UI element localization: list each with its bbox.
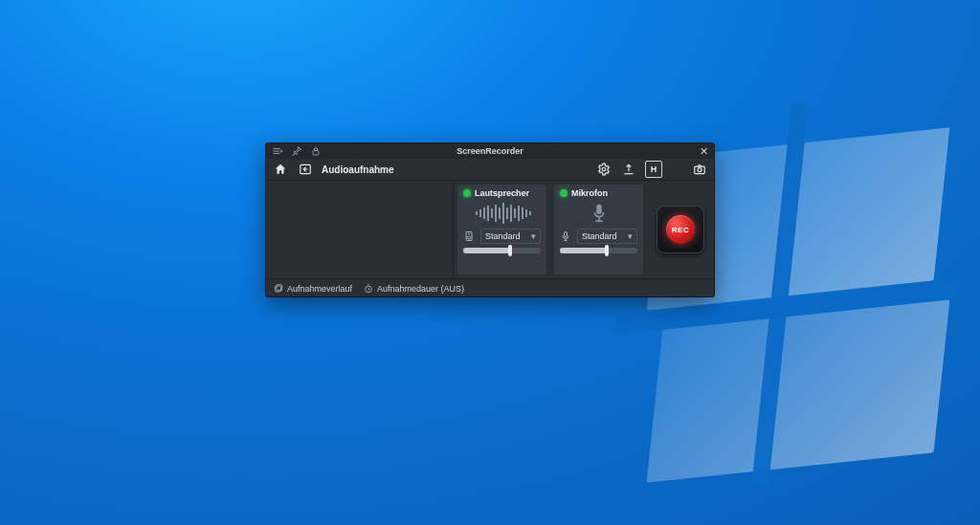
svg-rect-10 [495, 205, 497, 222]
mic-small-icon [560, 230, 571, 242]
toolbar: Audioaufnahme H [266, 159, 714, 181]
svg-rect-11 [499, 208, 501, 219]
mic-device-select[interactable]: Standard ▾ [577, 229, 637, 244]
recording-history-button[interactable]: Aufnahmeverlauf [274, 284, 352, 294]
body: Lautsprecher [266, 181, 714, 278]
record-button[interactable]: REC [657, 206, 704, 253]
speaker-selected: Standard [485, 231, 521, 241]
mic-label: Mikrofon [571, 188, 608, 198]
svg-rect-19 [529, 211, 531, 215]
svg-rect-24 [598, 218, 600, 221]
window-title: ScreenRecorder [266, 146, 714, 156]
titlebar: ScreenRecorder ✕ [266, 143, 714, 159]
section-title: Audioaufnahme [322, 164, 394, 175]
speaker-card: Lautsprecher [457, 185, 546, 274]
svg-point-2 [602, 167, 606, 171]
settings-button[interactable] [595, 161, 612, 178]
svg-rect-18 [525, 209, 527, 217]
svg-rect-5 [476, 211, 478, 215]
back-button[interactable] [297, 161, 314, 178]
chevron-down-icon: ▾ [531, 231, 536, 241]
speaker-icon [463, 230, 475, 242]
svg-rect-6 [479, 209, 481, 217]
speaker-status-led [463, 189, 471, 197]
speaker-label: Lautsprecher [475, 188, 529, 198]
waveform-icon [463, 202, 541, 225]
mic-selected: Standard [582, 231, 617, 241]
svg-rect-13 [506, 208, 508, 219]
svg-point-4 [698, 168, 702, 172]
audio-panel: Lautsprecher [454, 181, 647, 278]
svg-rect-9 [491, 208, 493, 218]
speaker-device-select[interactable]: Standard ▾ [480, 229, 541, 244]
svg-rect-8 [487, 206, 489, 221]
svg-rect-17 [522, 208, 523, 219]
record-panel: REC [647, 181, 714, 278]
recording-history-label: Aufnahmeverlauf [287, 284, 352, 294]
svg-point-21 [468, 236, 471, 239]
h-button[interactable]: H [645, 161, 662, 178]
recording-duration-button[interactable]: Aufnahmedauer (AUS) [364, 284, 464, 294]
svg-rect-26 [565, 232, 568, 237]
camera-button[interactable] [691, 161, 708, 178]
chevron-down-icon: ▾ [628, 231, 633, 241]
speaker-volume-slider[interactable] [463, 248, 541, 253]
home-button[interactable] [272, 161, 289, 178]
mic-volume-slider[interactable] [560, 248, 637, 253]
svg-rect-25 [595, 220, 602, 222]
svg-rect-15 [514, 208, 516, 218]
upload-button[interactable] [620, 161, 637, 178]
microphone-icon [560, 202, 637, 225]
left-panel [266, 181, 454, 278]
desktop: ScreenRecorder ✕ Audioaufnahme H [0, 0, 980, 525]
svg-rect-23 [596, 205, 602, 214]
mic-card: Mikrofon Standard [554, 185, 643, 274]
recording-duration-label: Aufnahmedauer (AUS) [377, 284, 464, 294]
svg-rect-16 [518, 206, 520, 221]
status-bar: Aufnahmeverlauf Aufnahmedauer (AUS) [266, 278, 714, 298]
svg-rect-7 [483, 208, 485, 219]
svg-point-22 [469, 233, 470, 234]
svg-rect-12 [502, 203, 504, 224]
mic-status-led [560, 189, 568, 197]
app-window: ScreenRecorder ✕ Audioaufnahme H [266, 143, 714, 296]
record-label: REC [666, 215, 695, 244]
svg-rect-14 [510, 205, 512, 222]
